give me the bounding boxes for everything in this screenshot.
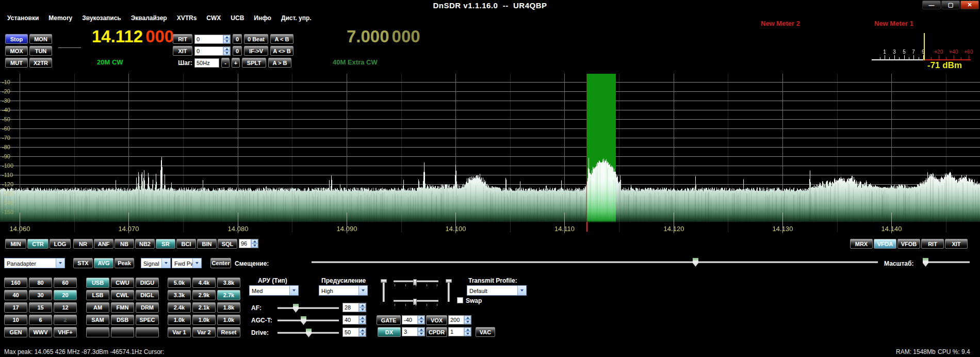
cpdr-button[interactable]: CPDR (426, 327, 447, 337)
dx-button[interactable]: DX (378, 327, 401, 337)
filter-button[interactable]: 3.3k (168, 290, 191, 300)
mode-button[interactable]: CWU (111, 278, 134, 288)
new-meter-1-label[interactable]: New Meter 1 (874, 20, 913, 27)
new-meter-2-label[interactable]: New Meter 2 (761, 20, 800, 27)
offset-slider-thumb[interactable] (693, 258, 698, 267)
xit-zero-button[interactable]: 0 (233, 46, 242, 56)
a-gt-b-button[interactable]: A > B (268, 58, 291, 68)
menu-item[interactable]: Memory (48, 14, 72, 22)
display-type-select[interactable]: Panadapter (4, 258, 65, 268)
vox-spinner[interactable]: 200 (448, 315, 471, 324)
filter-button[interactable]: 2.7k (217, 290, 240, 300)
gate-button[interactable]: GATE (377, 315, 401, 325)
drive-spinner[interactable]: 50 (342, 328, 366, 337)
vfo-select-button[interactable]: XIT (945, 239, 968, 249)
mode-button[interactable] (86, 327, 109, 337)
mode-button[interactable]: FMN (111, 302, 134, 313)
sql-spinner[interactable]: 96 (239, 239, 258, 248)
offset-slider[interactable] (312, 261, 878, 263)
band-button[interactable]: 12 (54, 302, 77, 313)
vox-button[interactable]: VOX (426, 315, 447, 325)
filter-button[interactable]: 5.0k (168, 278, 191, 288)
dsp-button[interactable]: BCI (176, 239, 196, 249)
menu-item[interactable]: Инфо (254, 14, 271, 22)
band-button[interactable]: 40 (4, 290, 27, 300)
menu-item[interactable]: XVTRs (177, 14, 197, 22)
a-swap-b-button[interactable]: A <> B (270, 46, 293, 56)
mode-button[interactable]: DSB (111, 315, 134, 325)
transport-button[interactable]: X2TR (29, 58, 52, 68)
af-slider-thumb[interactable] (293, 304, 299, 313)
band-button[interactable]: WWV (29, 327, 52, 337)
mode-button[interactable]: SPEC (136, 315, 159, 325)
pan-right-thumb[interactable] (446, 279, 452, 283)
vfo-select-button[interactable]: RIT (921, 239, 944, 249)
band-button[interactable]: 2 (54, 315, 77, 325)
af-slider[interactable] (277, 307, 339, 309)
panadapter-spectrum[interactable] (0, 74, 980, 236)
band-button[interactable]: 17 (4, 302, 27, 313)
transport-button[interactable]: TUN (29, 46, 52, 56)
mode-button[interactable] (111, 327, 134, 337)
if-to-v-button[interactable]: IF->V (244, 46, 268, 56)
menu-item[interactable]: UCB (231, 14, 244, 22)
zoom-slider[interactable] (923, 261, 970, 263)
mode-button[interactable]: USB (86, 278, 109, 288)
band-button[interactable]: 80 (29, 278, 52, 288)
display-mode-button[interactable]: MIN (5, 239, 26, 249)
filter-button[interactable]: 2.4k (168, 302, 191, 313)
band-button[interactable]: VHF+ (54, 327, 77, 337)
transmit-profile-select[interactable]: Default (467, 285, 527, 296)
band-button[interactable]: 10 (4, 315, 27, 325)
transport-button[interactable]: MOX (5, 46, 28, 56)
dsp-button[interactable]: SR (156, 239, 175, 249)
menu-item[interactable]: Эквалайзер (131, 14, 167, 22)
filter-button[interactable]: 4.4k (192, 278, 216, 288)
a-lt-b-button[interactable]: A < B (270, 34, 293, 44)
signal-select[interactable]: Signal (141, 258, 171, 268)
rit-spinner[interactable]: 0 (194, 35, 231, 44)
menu-item[interactable]: CWX (206, 14, 221, 22)
mode-button[interactable]: DRM (136, 302, 159, 313)
af-spinner[interactable]: 28 (342, 303, 366, 312)
mode-button[interactable] (136, 327, 159, 337)
mode-button[interactable]: LSB (86, 290, 109, 300)
mode-button[interactable]: DIGU (136, 278, 159, 288)
spectrum-mode-button[interactable]: STX (73, 258, 93, 268)
vfo-select-button[interactable]: VFOA (874, 239, 896, 249)
filter-button[interactable]: Reset (217, 327, 240, 337)
dsp-button[interactable]: BIN (197, 239, 217, 249)
zoom-slider-thumb[interactable] (923, 258, 928, 267)
minimize-button[interactable]: — (922, 1, 941, 9)
step-plus-button[interactable]: + (232, 58, 240, 68)
filter-button[interactable]: Var 1 (168, 327, 191, 337)
zero-beat-button[interactable]: 0 Beat (244, 34, 268, 44)
close-button[interactable]: ✕ (960, 1, 979, 9)
transport-button[interactable]: MON (29, 34, 52, 44)
dsp-button[interactable]: NR (73, 239, 93, 249)
filter-button[interactable]: 2.1k (192, 302, 216, 313)
filter-button[interactable]: 1.0k (192, 315, 216, 325)
xit-button[interactable]: XIT (173, 46, 192, 56)
vfo-select-button[interactable]: VFOB (897, 239, 920, 249)
agct-spinner[interactable]: 40 (342, 315, 366, 324)
mode-button[interactable]: DIGL (136, 290, 159, 300)
filter-button[interactable]: 1.0k (217, 315, 240, 325)
vac-button[interactable]: VAC (476, 327, 495, 337)
vfo-select-button[interactable]: MRX (850, 239, 873, 249)
spectrum-mode-button[interactable]: AVG (94, 258, 113, 268)
spectrum-mode-button[interactable]: Peak (115, 258, 134, 268)
step-minus-button[interactable]: - (221, 58, 230, 68)
agct-slider-thumb[interactable] (301, 316, 306, 325)
agc-type-select[interactable]: Med (249, 285, 299, 296)
dsp-button[interactable]: NB (115, 239, 134, 249)
mode-button[interactable]: SAM (86, 315, 109, 325)
maximize-button[interactable]: ▢ (941, 1, 960, 9)
cpdr-spinner[interactable]: 1 (448, 327, 471, 336)
rit-button[interactable]: RIT (173, 34, 192, 44)
menu-item[interactable]: Установки (7, 14, 39, 22)
split-button[interactable]: SPLT (242, 58, 266, 68)
band-button[interactable]: 20 (54, 290, 77, 300)
filter-button[interactable]: 2.9k (192, 290, 216, 300)
pan-left-thumb[interactable] (381, 279, 387, 283)
